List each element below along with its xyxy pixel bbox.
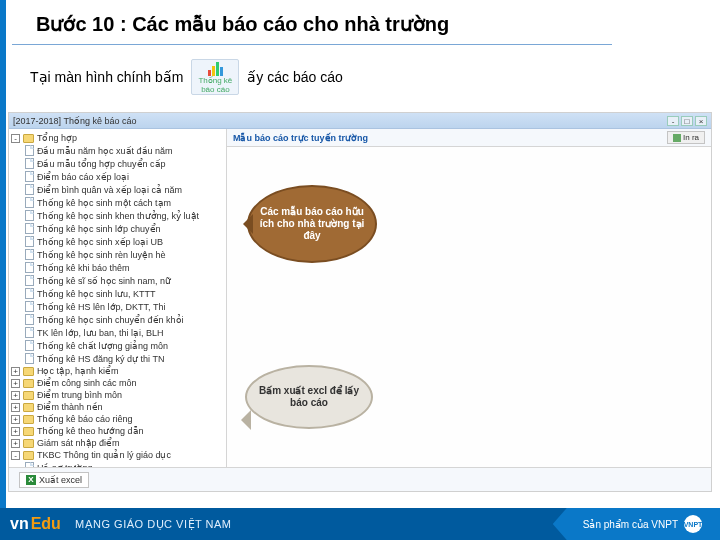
tree-item[interactable]: Đầu mẫu năm học xuất đầu năm [37, 146, 173, 156]
export-excel-button[interactable]: X Xuất excel [19, 472, 89, 488]
doc-icon [25, 184, 34, 195]
thongke-baocao-button[interactable]: Thống kê báo cáo [191, 59, 239, 95]
slide-title: Bước 10 : Các mẫu báo cáo cho nhà trường [0, 0, 720, 44]
window-title: [2017-2018] Thống kê báo cáo [13, 116, 136, 126]
expand-icon[interactable]: + [11, 427, 20, 436]
printer-icon [673, 134, 681, 142]
callout-bubble-1: Các mẫu báo cáo hữu ích cho nhà trường t… [247, 185, 377, 263]
folder-icon [23, 403, 34, 412]
vnedu-logo: vnEdu [0, 515, 61, 533]
instruction-after: ấy các báo cáo [247, 69, 342, 85]
folder-icon [23, 427, 34, 436]
ribbon-text: Sản phẩm của VNPT [583, 519, 678, 530]
report-tree: -Tổng hợp Đầu mẫu năm học xuất đầu năm Đ… [9, 129, 227, 467]
instruction-before: Tại màn hình chính bấm [30, 69, 183, 85]
tree-item[interactable]: Thống kê sĩ số học sinh nam, nữ [37, 276, 171, 286]
excel-icon: X [26, 475, 36, 485]
thongke-label-1: Thống kê [198, 76, 232, 85]
window-controls: - □ × [667, 116, 707, 126]
maximize-button[interactable]: □ [681, 116, 693, 126]
content-title: Mẫu báo cáo trực tuyến trường [233, 133, 368, 143]
tree-item[interactable]: Thống kê học sinh khen thưởng, kỷ luật [37, 211, 199, 221]
minimize-button[interactable]: - [667, 116, 679, 126]
doc-icon [25, 275, 34, 286]
doc-icon [25, 262, 34, 273]
expand-icon[interactable]: + [11, 415, 20, 424]
tree-group[interactable]: Giám sát nhập điểm [37, 438, 120, 448]
folder-icon [23, 367, 34, 376]
tree-group[interactable]: Học tập, hạnh kiểm [37, 366, 119, 376]
folder-icon [23, 415, 34, 424]
tree-item[interactable]: Đầu mẫu tổng hợp chuyển cấp [37, 159, 166, 169]
doc-icon [25, 171, 34, 182]
footer-ribbon: Sản phẩm của VNPT VNPT [553, 508, 720, 540]
doc-icon [25, 249, 34, 260]
instruction-line: Tại màn hình chính bấm Thống kê báo cáo … [0, 45, 720, 95]
slide-footer: vnEdu MẠNG GIÁO DỤC VIỆT NAM Sản phẩm củ… [0, 508, 720, 540]
callout-text-2: Bấm xuất excl để lấy báo cáo [247, 385, 371, 409]
collapse-icon[interactable]: - [11, 134, 20, 143]
doc-icon [25, 223, 34, 234]
tree-group[interactable]: Điểm thành nền [37, 402, 103, 412]
content-pane: Mẫu báo cáo trực tuyến trường In ra Các … [227, 129, 711, 467]
doc-icon [25, 145, 34, 156]
export-label: Xuất excel [39, 475, 82, 485]
left-accent-bar [0, 0, 6, 508]
expand-icon[interactable]: + [11, 439, 20, 448]
expand-icon[interactable]: + [11, 379, 20, 388]
vnpt-logo-icon: VNPT [684, 515, 702, 533]
folder-icon [23, 451, 34, 460]
window-bottombar: X Xuất excel [9, 467, 711, 491]
folder-icon [23, 134, 34, 143]
print-button[interactable]: In ra [667, 131, 705, 144]
app-window-screenshot: [2017-2018] Thống kê báo cáo - □ × -Tổng… [8, 112, 712, 492]
tree-item[interactable]: Thống kê học sinh rèn luyện hè [37, 250, 166, 260]
footer-tagline: MẠNG GIÁO DỤC VIỆT NAM [75, 518, 232, 531]
doc-icon [25, 197, 34, 208]
folder-icon [23, 439, 34, 448]
logo-edu: Edu [31, 515, 61, 533]
bar-chart-icon [208, 62, 223, 76]
tree-group[interactable]: Tổng hợp [37, 133, 77, 143]
close-button[interactable]: × [695, 116, 707, 126]
doc-icon [25, 236, 34, 247]
doc-icon [25, 327, 34, 338]
expand-icon[interactable]: + [11, 403, 20, 412]
tree-item[interactable]: Thống kê chất lượng giảng môn [37, 341, 168, 351]
thongke-label-2: báo cáo [201, 85, 229, 94]
tree-item[interactable]: Thống kê khi báo thêm [37, 263, 130, 273]
tree-item[interactable]: Thống kê học sinh một cách tạm [37, 198, 171, 208]
tree-item[interactable]: Điểm báo cáo xếp loại [37, 172, 129, 182]
doc-icon [25, 340, 34, 351]
tree-item[interactable]: Thống kê HS đăng ký dự thi TN [37, 354, 164, 364]
window-titlebar: [2017-2018] Thống kê báo cáo - □ × [9, 113, 711, 129]
tree-group[interactable]: Thống kê báo cáo riêng [37, 414, 133, 424]
folder-icon [23, 379, 34, 388]
tree-group[interactable]: Điểm trung bình môn [37, 390, 122, 400]
folder-icon [23, 391, 34, 400]
doc-icon [25, 158, 34, 169]
tree-item[interactable]: Thống kê học sinh lưu, KTTT [37, 289, 156, 299]
tree-item[interactable]: Thống kê học sinh lớp chuyển [37, 224, 161, 234]
tree-group[interactable]: Điểm công sinh các môn [37, 378, 137, 388]
doc-icon [25, 353, 34, 364]
tree-item[interactable]: Thống kê học sinh xếp loại UB [37, 237, 163, 247]
tree-item[interactable]: Thống kê học sinh chuyển đến khỏi [37, 315, 184, 325]
callout-bubble-2: Bấm xuất excl để lấy báo cáo [245, 365, 373, 429]
expand-icon[interactable]: + [11, 391, 20, 400]
logo-vn: vn [10, 515, 29, 533]
tree-item[interactable]: TK lên lớp, lưu ban, thi lại, BLH [37, 328, 164, 338]
tree-item[interactable]: Thống kê HS lên lớp, DKTT, Thi [37, 302, 165, 312]
tree-item[interactable]: Điểm bình quân và xếp loại cả năm [37, 185, 182, 195]
doc-icon [25, 210, 34, 221]
expand-icon[interactable]: + [11, 367, 20, 376]
content-header: Mẫu báo cáo trực tuyến trường In ra [227, 129, 711, 147]
tree-group[interactable]: TKBC Thông tin quản lý giáo dục [37, 450, 171, 460]
callout-text-1: Các mẫu báo cáo hữu ích cho nhà trường t… [249, 206, 375, 242]
doc-icon [25, 314, 34, 325]
doc-icon [25, 301, 34, 312]
tree-group[interactable]: Thống kê theo hướng dẫn [37, 426, 144, 436]
collapse-icon[interactable]: - [11, 451, 20, 460]
doc-icon [25, 288, 34, 299]
